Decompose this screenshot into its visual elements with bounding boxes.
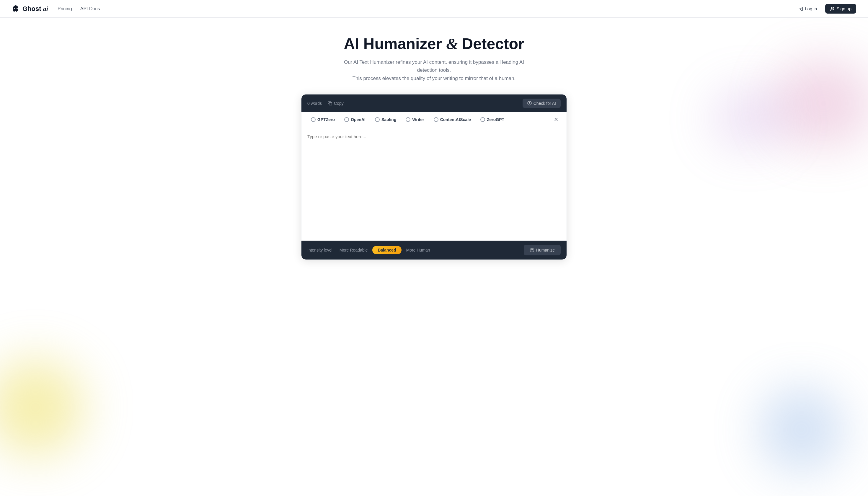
svg-point-1 <box>17 8 18 9</box>
tab-label-zerogpt: ZeroGPT <box>487 117 504 122</box>
copy-icon <box>328 101 332 105</box>
radio-gptzero <box>311 117 315 122</box>
humanize-label: Humanize <box>536 248 555 252</box>
main-content: AI Humanizer & Detector Our AI Text Huma… <box>0 18 868 272</box>
tab-zerogpt[interactable]: ZeroGPT <box>477 116 508 123</box>
intensity-label: Intensity level: <box>307 248 334 252</box>
svg-point-5 <box>530 248 534 252</box>
radio-contentatscale <box>434 117 438 122</box>
humanize-icon <box>530 248 534 252</box>
tab-contentatscale[interactable]: ContentAtScale <box>430 116 475 123</box>
signup-label: Sign up <box>836 6 851 11</box>
intensity-options: More Readable Balanced More Human <box>338 246 431 254</box>
humanize-button[interactable]: Humanize <box>524 245 561 255</box>
tab-label-sapling: Sapling <box>382 117 397 122</box>
check-ai-icon <box>527 101 532 105</box>
tabs-close-button[interactable]: ✕ <box>552 116 561 123</box>
intensity-more-human[interactable]: More Human <box>405 247 431 253</box>
tab-openai[interactable]: OpenAI <box>341 116 369 123</box>
svg-point-6 <box>532 249 532 250</box>
intensity-more-human-label: More Human <box>406 248 430 252</box>
login-icon <box>798 6 803 11</box>
intensity-balanced-label: Balanced <box>377 248 396 252</box>
hero-title: AI Humanizer & Detector <box>344 35 524 52</box>
word-count: 0 words <box>307 101 322 106</box>
copy-button[interactable]: Copy <box>328 101 344 106</box>
svg-point-0 <box>14 8 15 9</box>
tab-writer[interactable]: Writer <box>402 116 428 123</box>
bg-decoration-blue <box>750 378 853 481</box>
tab-label-gptzero: GPTZero <box>317 117 335 122</box>
detector-tabs: GPTZero OpenAI Sapling Writer ContentAtS… <box>301 112 567 127</box>
navbar-left: Ghost ai Pricing API Docs <box>12 5 100 13</box>
logo-text-suffix: ai <box>43 5 48 12</box>
nav-link-pricing[interactable]: Pricing <box>58 6 72 12</box>
editor-panel: 0 words Copy Check for AI <box>301 94 567 260</box>
editor-bottom: Intensity level: More Readable Balanced … <box>301 241 567 260</box>
signup-icon <box>830 6 835 11</box>
radio-sapling <box>375 117 380 122</box>
intensity-section: Intensity level: More Readable Balanced … <box>307 246 431 254</box>
hero-title-part2: Detector <box>462 35 524 52</box>
tab-label-contentatscale: ContentAtScale <box>440 117 471 122</box>
hero-subtitle-line1: Our AI Text Humanizer refines your AI co… <box>344 59 524 73</box>
toolbar-left: 0 words Copy <box>307 101 344 106</box>
hero-title-amp: & <box>446 35 462 52</box>
svg-point-2 <box>832 7 833 9</box>
intensity-more-readable-label: More Readable <box>340 248 368 252</box>
bg-decoration-yellow <box>0 348 94 466</box>
radio-openai <box>344 117 349 122</box>
hero-subtitle: Our AI Text Humanizer refines your AI co… <box>334 58 534 82</box>
ghost-logo-icon <box>12 5 20 13</box>
check-ai-label: Check for AI <box>533 101 556 106</box>
copy-label: Copy <box>334 101 344 106</box>
navbar-right: Log in Sign up <box>795 4 856 14</box>
nav-links: Pricing API Docs <box>58 6 100 12</box>
editor-toolbar: 0 words Copy Check for AI <box>301 94 567 112</box>
tab-sapling[interactable]: Sapling <box>371 116 400 123</box>
intensity-balanced[interactable]: Balanced <box>372 246 401 254</box>
hero-subtitle-line2: This process elevates the quality of you… <box>353 76 516 81</box>
radio-writer <box>406 117 410 122</box>
editor-textarea[interactable] <box>301 127 567 239</box>
intensity-more-readable[interactable]: More Readable <box>338 247 369 253</box>
tab-gptzero[interactable]: GPTZero <box>307 116 338 123</box>
check-ai-button[interactable]: Check for AI <box>523 98 561 108</box>
signup-button[interactable]: Sign up <box>825 4 856 14</box>
nav-link-api-docs[interactable]: API Docs <box>80 6 100 12</box>
svg-rect-3 <box>329 103 332 105</box>
navbar: Ghost ai Pricing API Docs Log in Sign up <box>0 0 868 18</box>
tab-label-writer: Writer <box>412 117 424 122</box>
radio-zerogpt <box>480 117 485 122</box>
login-button[interactable]: Log in <box>795 4 820 14</box>
tab-label-openai: OpenAI <box>351 117 366 122</box>
login-label: Log in <box>805 6 817 11</box>
hero-title-part1: AI Humanizer <box>344 35 442 52</box>
logo[interactable]: Ghost ai <box>12 5 48 13</box>
logo-text-prefix: Ghost <box>22 5 41 12</box>
